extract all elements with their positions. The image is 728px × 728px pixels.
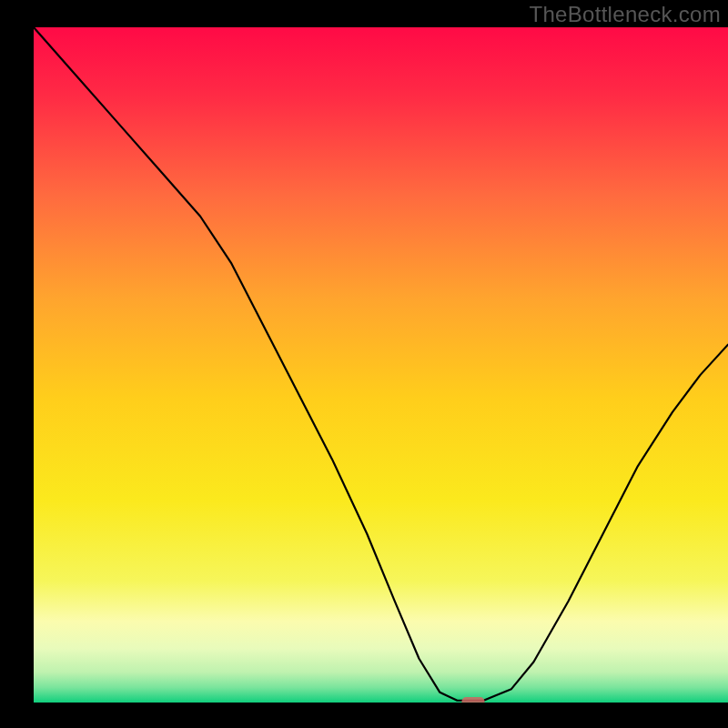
- selected-marker: [461, 697, 484, 703]
- plot-svg: [34, 27, 728, 703]
- bottleneck-plot: [34, 27, 728, 703]
- gradient-background: [34, 27, 728, 703]
- chart-frame: TheBottleneck.com: [0, 0, 728, 728]
- watermark-text: TheBottleneck.com: [529, 2, 721, 27]
